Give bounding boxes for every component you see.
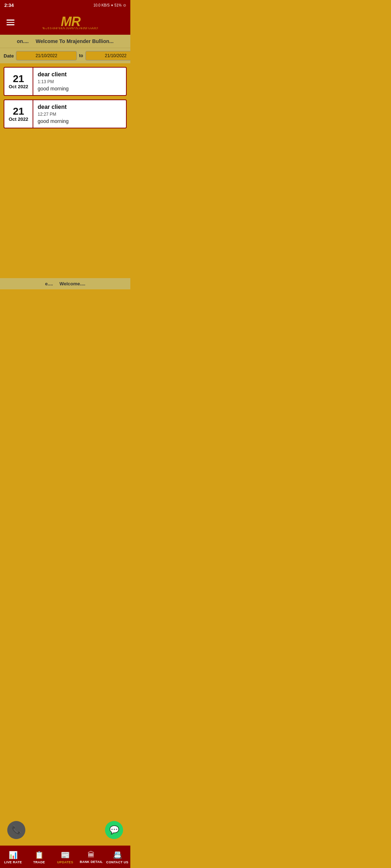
welcome-text: on.... (17, 38, 34, 44)
date-month-year: Oct 2022 (9, 116, 28, 122)
header: MR M. RAJENDER KUMAR JEWELLERS BULLION D… (0, 10, 130, 35)
hamburger-menu[interactable] (5, 18, 16, 27)
message-text: good morning (38, 118, 122, 124)
message-time: 1:13 PM (38, 79, 122, 84)
date-to-label: to (79, 53, 83, 58)
battery-circle-icon: ⊙ (123, 3, 126, 7)
scroll-banner: e.... Welcome.... (0, 278, 130, 289)
welcome-main-text: Welcome To Mrajender Bullion... (36, 38, 114, 44)
welcome-banner: on.... Welcome To Mrajender Bullion... (0, 35, 130, 48)
logo-tagline: BULLION DEALERS (Since 1968) (43, 27, 98, 30)
from-date-input[interactable] (16, 51, 77, 60)
message-date-section: 21 Oct 2022 (4, 68, 33, 95)
logo: MR M. RAJENDER KUMAR JEWELLERS BULLION D… (16, 15, 125, 30)
logo-initials: MR (61, 15, 80, 28)
status-time: 2:34 (4, 3, 14, 8)
date-day: 21 (13, 106, 24, 116)
scroll-text: Welcome.... (59, 281, 85, 286)
date-label: Date (4, 53, 14, 59)
date-month-year: Oct 2022 (9, 84, 28, 89)
wifi-icon: ▾ (111, 3, 113, 7)
message-title: dear client (38, 104, 122, 110)
message-card: 21 Oct 2022 dear client 1:13 PM good mor… (4, 67, 127, 96)
message-card: 21 Oct 2022 dear client 12:27 PM good mo… (4, 99, 127, 128)
network-speed: 10.0 KB/S (93, 3, 110, 7)
scroll-text-prefix: e.... (45, 281, 53, 286)
status-bar: 2:34 10.0 KB/S ▾ 51% ⊙ (0, 0, 130, 10)
date-filter-row: Date to Search (0, 48, 130, 63)
message-date-section: 21 Oct 2022 (4, 100, 33, 128)
message-body: dear client 1:13 PM good morning (33, 68, 126, 95)
to-date-input[interactable] (85, 51, 130, 60)
logo-sub: MR M. RAJENDER KUMAR JEWELLERS BULLION D… (42, 15, 98, 30)
battery-icon: 51% (114, 3, 122, 7)
status-icons: 10.0 KB/S ▾ 51% ⊙ (93, 3, 126, 7)
message-time: 12:27 PM (38, 112, 122, 117)
message-body: dear client 12:27 PM good morning (33, 100, 126, 128)
main-content: 21 Oct 2022 dear client 1:13 PM good mor… (0, 63, 130, 278)
date-day: 21 (13, 74, 24, 84)
message-text: good morning (38, 86, 122, 92)
message-title: dear client (38, 71, 122, 78)
